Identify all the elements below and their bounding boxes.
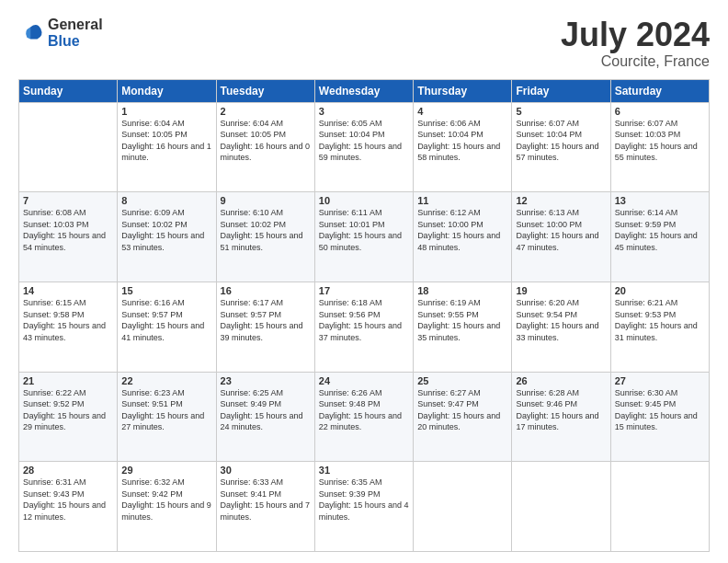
day-number: 19	[516, 285, 606, 296]
day-info: Sunrise: 6:21 AM Sunset: 9:53 PM Dayligh…	[615, 297, 705, 343]
day-number: 27	[615, 375, 705, 386]
calendar-table: Sunday Monday Tuesday Wednesday Thursday…	[18, 79, 710, 552]
cell-w0-d0	[19, 102, 118, 192]
day-info: Sunrise: 6:32 AM Sunset: 9:42 PM Dayligh…	[121, 477, 211, 523]
cell-w3-d4: 25 Sunrise: 6:27 AM Sunset: 9:47 PM Dayl…	[414, 372, 512, 462]
cell-w3-d6: 27 Sunrise: 6:30 AM Sunset: 9:45 PM Dayl…	[610, 372, 709, 462]
day-info: Sunrise: 6:20 AM Sunset: 9:54 PM Dayligh…	[516, 297, 606, 343]
day-info: Sunrise: 6:25 AM Sunset: 9:49 PM Dayligh…	[221, 387, 311, 433]
day-info: Sunrise: 6:19 AM Sunset: 9:55 PM Dayligh…	[417, 297, 507, 343]
col-monday: Monday	[118, 79, 216, 102]
day-number: 16	[221, 285, 311, 296]
day-info: Sunrise: 6:06 AM Sunset: 10:04 PM Daylig…	[417, 118, 507, 164]
day-number: 3	[319, 106, 409, 117]
cell-w0-d6: 6 Sunrise: 6:07 AM Sunset: 10:03 PM Dayl…	[610, 102, 709, 192]
day-info: Sunrise: 6:07 AM Sunset: 10:04 PM Daylig…	[516, 118, 606, 164]
cell-w1-d4: 11 Sunrise: 6:12 AM Sunset: 10:00 PM Day…	[414, 192, 512, 282]
day-number: 28	[23, 465, 113, 476]
cell-w1-d2: 9 Sunrise: 6:10 AM Sunset: 10:02 PM Dayl…	[216, 192, 314, 282]
day-number: 5	[516, 106, 606, 117]
cell-w1-d0: 7 Sunrise: 6:08 AM Sunset: 10:03 PM Dayl…	[19, 192, 118, 282]
title-location: Courcite, France	[561, 53, 710, 70]
day-info: Sunrise: 6:28 AM Sunset: 9:46 PM Dayligh…	[516, 387, 606, 433]
day-number: 9	[221, 195, 311, 206]
cell-w1-d5: 12 Sunrise: 6:13 AM Sunset: 10:00 PM Day…	[512, 192, 610, 282]
day-number: 23	[221, 375, 311, 386]
cell-w4-d6	[610, 462, 709, 552]
cell-w4-d3: 31 Sunrise: 6:35 AM Sunset: 9:39 PM Dayl…	[314, 462, 413, 552]
title-block: July 2024 Courcite, France	[561, 17, 710, 70]
col-sunday: Sunday	[19, 79, 118, 102]
cell-w2-d6: 20 Sunrise: 6:21 AM Sunset: 9:53 PM Dayl…	[610, 282, 709, 372]
cell-w3-d0: 21 Sunrise: 6:22 AM Sunset: 9:52 PM Dayl…	[19, 372, 118, 462]
cell-w4-d4	[414, 462, 512, 552]
day-number: 31	[319, 465, 409, 476]
day-number: 17	[319, 285, 409, 296]
cell-w2-d5: 19 Sunrise: 6:20 AM Sunset: 9:54 PM Dayl…	[512, 282, 610, 372]
day-info: Sunrise: 6:23 AM Sunset: 9:51 PM Dayligh…	[121, 387, 211, 433]
day-number: 6	[615, 106, 705, 117]
day-number: 14	[23, 285, 113, 296]
week-row-3: 21 Sunrise: 6:22 AM Sunset: 9:52 PM Dayl…	[19, 372, 710, 462]
col-wednesday: Wednesday	[314, 79, 413, 102]
day-info: Sunrise: 6:27 AM Sunset: 9:47 PM Dayligh…	[417, 387, 507, 433]
cell-w3-d1: 22 Sunrise: 6:23 AM Sunset: 9:51 PM Dayl…	[118, 372, 216, 462]
day-number: 1	[121, 106, 211, 117]
cell-w2-d1: 15 Sunrise: 6:16 AM Sunset: 9:57 PM Dayl…	[118, 282, 216, 372]
day-number: 8	[121, 195, 211, 206]
day-info: Sunrise: 6:04 AM Sunset: 10:05 PM Daylig…	[121, 118, 211, 164]
cell-w1-d3: 10 Sunrise: 6:11 AM Sunset: 10:01 PM Day…	[314, 192, 413, 282]
cell-w4-d2: 30 Sunrise: 6:33 AM Sunset: 9:41 PM Dayl…	[216, 462, 314, 552]
day-info: Sunrise: 6:31 AM Sunset: 9:43 PM Dayligh…	[23, 477, 113, 523]
day-number: 22	[121, 375, 211, 386]
cell-w4-d0: 28 Sunrise: 6:31 AM Sunset: 9:43 PM Dayl…	[19, 462, 118, 552]
day-info: Sunrise: 6:35 AM Sunset: 9:39 PM Dayligh…	[319, 477, 409, 523]
week-row-0: 1 Sunrise: 6:04 AM Sunset: 10:05 PM Dayl…	[19, 102, 710, 192]
cell-w1-d6: 13 Sunrise: 6:14 AM Sunset: 9:59 PM Dayl…	[610, 192, 709, 282]
day-number: 4	[417, 106, 507, 117]
cell-w3-d3: 24 Sunrise: 6:26 AM Sunset: 9:48 PM Dayl…	[314, 372, 413, 462]
day-info: Sunrise: 6:10 AM Sunset: 10:02 PM Daylig…	[221, 207, 311, 253]
day-info: Sunrise: 6:08 AM Sunset: 10:03 PM Daylig…	[23, 207, 113, 253]
cell-w4-d1: 29 Sunrise: 6:32 AM Sunset: 9:42 PM Dayl…	[118, 462, 216, 552]
day-number: 18	[417, 285, 507, 296]
day-info: Sunrise: 6:18 AM Sunset: 9:56 PM Dayligh…	[319, 297, 409, 343]
day-info: Sunrise: 6:17 AM Sunset: 9:57 PM Dayligh…	[221, 297, 311, 343]
day-number: 7	[23, 195, 113, 206]
cell-w0-d1: 1 Sunrise: 6:04 AM Sunset: 10:05 PM Dayl…	[118, 102, 216, 192]
cell-w0-d5: 5 Sunrise: 6:07 AM Sunset: 10:04 PM Dayl…	[512, 102, 610, 192]
page: General Blue July 2024 Courcite, France …	[0, 0, 728, 563]
logo-text: General Blue	[48, 17, 103, 49]
day-info: Sunrise: 6:33 AM Sunset: 9:41 PM Dayligh…	[221, 477, 311, 523]
cell-w3-d5: 26 Sunrise: 6:28 AM Sunset: 9:46 PM Dayl…	[512, 372, 610, 462]
cell-w2-d0: 14 Sunrise: 6:15 AM Sunset: 9:58 PM Dayl…	[19, 282, 118, 372]
week-row-1: 7 Sunrise: 6:08 AM Sunset: 10:03 PM Dayl…	[19, 192, 710, 282]
col-tuesday: Tuesday	[216, 79, 314, 102]
day-info: Sunrise: 6:14 AM Sunset: 9:59 PM Dayligh…	[615, 207, 705, 253]
day-number: 20	[615, 285, 705, 296]
logo-icon	[18, 20, 44, 46]
day-number: 24	[319, 375, 409, 386]
header: General Blue July 2024 Courcite, France	[18, 17, 710, 70]
day-info: Sunrise: 6:16 AM Sunset: 9:57 PM Dayligh…	[121, 297, 211, 343]
calendar-header-row: Sunday Monday Tuesday Wednesday Thursday…	[19, 79, 710, 102]
day-info: Sunrise: 6:04 AM Sunset: 10:05 PM Daylig…	[221, 118, 311, 164]
day-info: Sunrise: 6:13 AM Sunset: 10:00 PM Daylig…	[516, 207, 606, 253]
day-number: 30	[221, 465, 311, 476]
day-info: Sunrise: 6:12 AM Sunset: 10:00 PM Daylig…	[417, 207, 507, 253]
day-info: Sunrise: 6:22 AM Sunset: 9:52 PM Dayligh…	[23, 387, 113, 433]
cell-w1-d1: 8 Sunrise: 6:09 AM Sunset: 10:02 PM Dayl…	[118, 192, 216, 282]
title-month: July 2024	[561, 17, 710, 53]
day-info: Sunrise: 6:11 AM Sunset: 10:01 PM Daylig…	[319, 207, 409, 253]
col-thursday: Thursday	[414, 79, 512, 102]
day-number: 11	[417, 195, 507, 206]
day-info: Sunrise: 6:07 AM Sunset: 10:03 PM Daylig…	[615, 118, 705, 164]
day-number: 26	[516, 375, 606, 386]
day-info: Sunrise: 6:09 AM Sunset: 10:02 PM Daylig…	[121, 207, 211, 253]
col-saturday: Saturday	[610, 79, 709, 102]
cell-w0-d3: 3 Sunrise: 6:05 AM Sunset: 10:04 PM Dayl…	[314, 102, 413, 192]
day-number: 2	[221, 106, 311, 117]
cell-w0-d2: 2 Sunrise: 6:04 AM Sunset: 10:05 PM Dayl…	[216, 102, 314, 192]
day-number: 10	[319, 195, 409, 206]
logo: General Blue	[18, 17, 103, 49]
